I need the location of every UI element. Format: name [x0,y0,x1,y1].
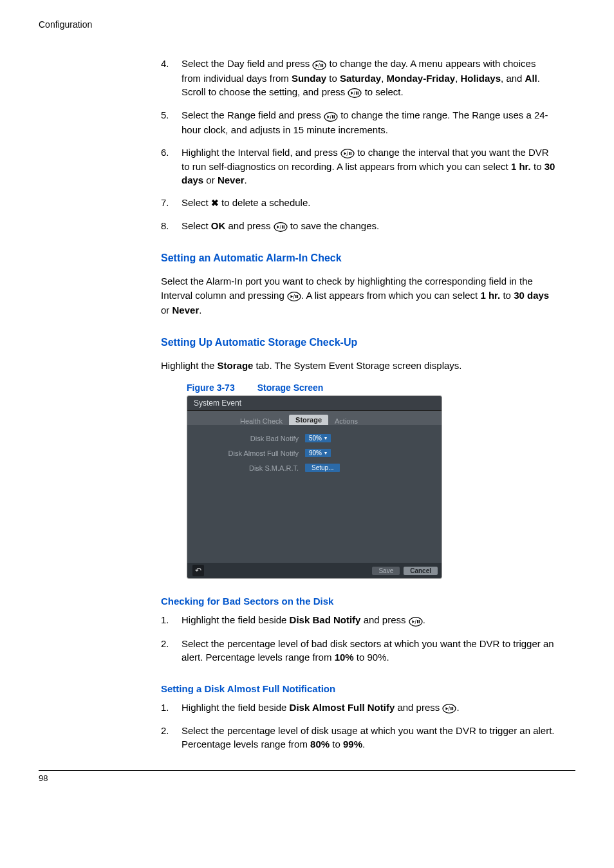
svg-rect-38 [451,707,452,710]
heading-storage-checkup: Setting Up Automatic Storage Check-Up [161,337,556,348]
svg-rect-4 [322,64,324,67]
svg-marker-21 [277,225,279,229]
enter-button-icon: / [312,58,326,71]
svg-rect-39 [452,707,454,710]
step-text: Select ✖ to delete a schedule. [181,196,556,210]
label-disk-smart: Disk S.M.A.R.T. [199,464,305,472]
step-text: Highlight the field beside Disk Almost F… [181,701,556,715]
svg-rect-28 [295,295,297,298]
steps-list-1: 4.Select the Day field and press / to ch… [161,57,556,233]
svg-text:/: / [449,706,451,712]
enter-button-icon: / [287,289,301,303]
svg-text:/: / [293,294,295,300]
step-number: 2. [161,724,181,751]
svg-rect-13 [332,115,333,118]
list-item: 7.Select ✖ to delete a schedule. [161,196,556,210]
tab-storage[interactable]: Storage [289,415,328,425]
svg-marker-11 [327,115,330,118]
delete-x-icon: ✖ [211,198,219,208]
svg-rect-19 [350,152,351,155]
step-text: Select OK and press / to save the change… [181,219,556,234]
label-disk-bad-notify: Disk Bad Notify [199,435,305,442]
button-smart-setup[interactable]: Setup... [305,464,340,472]
dropdown-disk-bad-value: 50% [309,435,322,442]
svg-text:/: / [346,151,348,157]
svg-rect-8 [356,91,357,95]
step-text: Highlight the Interval field, and press … [181,146,556,187]
heading-alarm-check: Setting an Automatic Alarm-In Check [161,252,556,264]
svg-rect-33 [417,620,418,623]
svg-text:/: / [319,62,321,68]
para-alarm-check: Select the Alarm-In port you want to che… [161,274,556,317]
svg-marker-31 [412,620,414,623]
enter-button-icon: / [348,86,362,99]
chevron-down-icon: ▾ [324,435,327,441]
step-text: Select the Range field and press / to ch… [181,108,556,137]
step-number: 5. [161,108,181,137]
undo-icon[interactable]: ↶ [192,565,204,576]
svg-rect-18 [349,152,350,155]
svg-marker-36 [446,707,449,710]
svg-text:/: / [279,224,281,231]
storage-screenshot: System Event Health Check Storage Action… [187,395,442,579]
step-number: 7. [161,196,181,210]
svg-rect-23 [282,225,283,229]
step-number: 1. [161,613,181,628]
step-text: Select the percentage level of bad disk … [181,637,556,664]
screenshot-footer: ↶ Save Cancel [187,563,442,578]
svg-rect-29 [297,295,299,298]
svg-rect-14 [334,115,335,118]
svg-marker-1 [316,64,319,67]
heading-bad-sectors: Checking for Bad Sectors on the Disk [161,596,556,607]
enter-button-icon: / [274,220,288,233]
chevron-down-icon: ▾ [324,450,327,456]
figure-title: Storage Screen [257,382,324,393]
list-item: 2.Select the percentage level of disk us… [161,724,556,751]
tab-health-check[interactable]: Health Check [234,416,289,426]
figure-number: Figure 3-73 [187,382,235,393]
enter-button-icon: / [409,614,423,628]
svg-marker-26 [290,295,293,298]
screenshot-body: Disk Bad Notify 50%▾ Disk Almost Full No… [187,425,442,563]
list-item: 4.Select the Day field and press / to ch… [161,57,556,99]
list-item: 5.Select the Range field and press / to … [161,108,556,137]
enter-button-icon: / [324,109,338,123]
list-item: 1.Highlight the field beside Disk Almost… [161,701,556,715]
dropdown-disk-bad-notify[interactable]: 50%▾ [305,434,331,442]
cancel-button[interactable]: Cancel [404,567,438,575]
svg-rect-34 [418,620,420,623]
step-text: Select the percentage level of disk usag… [181,724,556,751]
page-footer: 98 [39,770,575,783]
svg-rect-24 [283,225,284,229]
svg-text:/: / [330,113,331,120]
step-text: Select the Day field and press / to chan… [181,57,556,99]
svg-marker-16 [344,152,346,155]
step-number: 8. [161,219,181,234]
label-disk-almost-full-notify: Disk Almost Full Notify [199,449,305,457]
list-item: 1.Highlight the field beside Disk Bad No… [161,613,556,628]
para-storage-intro: Highlight the Storage tab. The System Ev… [161,359,556,373]
svg-text:/: / [354,90,356,97]
svg-text:/: / [414,618,416,625]
step-text: Highlight the field beside Disk Bad Noti… [181,613,556,628]
step-number: 6. [161,146,181,187]
list-item: 8.Select OK and press / to save the chan… [161,219,556,234]
tab-actions[interactable]: Actions [328,416,364,426]
screenshot-tabbar: Health Check Storage Actions [187,411,442,425]
step-number: 1. [161,701,181,715]
dropdown-disk-almost-full-notify[interactable]: 90%▾ [305,449,331,457]
figure-caption: Figure 3-73Storage Screen [187,382,556,393]
steps-list-full: 1.Highlight the field beside Disk Almost… [161,701,556,751]
screenshot-titlebar: System Event [187,396,442,411]
dropdown-disk-almost-full-value: 90% [309,449,322,457]
list-item: 6.Highlight the Interval field, and pres… [161,146,556,187]
page-header: Configuration [39,19,575,30]
svg-rect-3 [321,64,322,67]
step-number: 2. [161,637,181,664]
heading-disk-full: Setting a Disk Almost Full Notification [161,683,556,694]
steps-list-bad: 1.Highlight the field beside Disk Bad No… [161,613,556,664]
save-button[interactable]: Save [372,567,400,575]
enter-button-icon: / [442,701,456,715]
svg-marker-6 [351,91,354,95]
list-item: 2.Select the percentage level of bad dis… [161,637,556,664]
